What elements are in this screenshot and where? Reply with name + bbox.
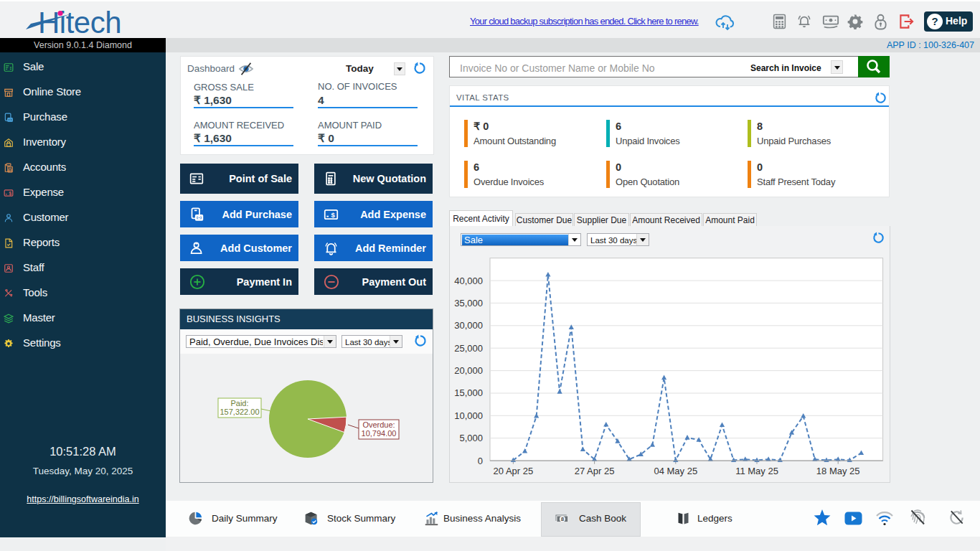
svg-text:Hitech: Hitech [38, 6, 121, 39]
svg-text:11 May 25: 11 May 25 [735, 466, 778, 476]
svg-text:30,000: 30,000 [454, 320, 483, 331]
svg-text:Overdue:: Overdue: [362, 420, 395, 429]
svg-text:10,794.00: 10,794.00 [362, 429, 397, 438]
svg-text:$: $ [331, 210, 336, 218]
svg-text:Paid:: Paid: [230, 399, 248, 408]
svg-text:157,322.00: 157,322.00 [220, 408, 259, 416]
svg-text:27 Apr 25: 27 Apr 25 [575, 466, 615, 476]
svg-text:0: 0 [478, 456, 483, 466]
svg-text:40,000: 40,000 [454, 276, 483, 286]
svg-text:25,000: 25,000 [454, 343, 483, 354]
svg-text:$: $ [9, 191, 12, 197]
svg-text:18 May 25: 18 May 25 [816, 466, 860, 476]
svg-text:8: 8 [561, 516, 565, 522]
svg-text:35,000: 35,000 [454, 298, 483, 309]
svg-text:20,000: 20,000 [454, 365, 483, 376]
svg-text:5,000: 5,000 [459, 433, 483, 443]
svg-text:15,000: 15,000 [454, 388, 483, 399]
svg-text:20 Apr 25: 20 Apr 25 [494, 466, 534, 476]
svg-text:10,000: 10,000 [454, 410, 483, 421]
svg-text:04 May 25: 04 May 25 [654, 466, 697, 476]
